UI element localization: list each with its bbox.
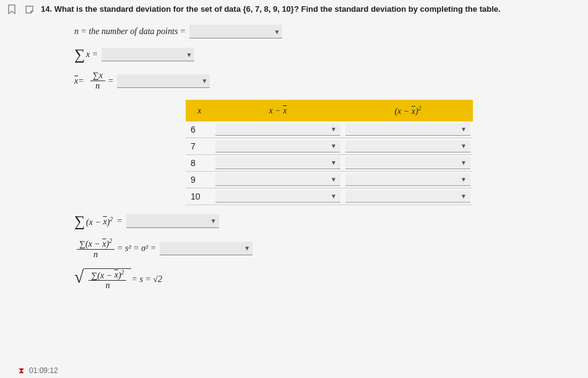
chevron-down-icon: ▼ [210, 218, 217, 224]
table-row: 9 ▼ ▼ [186, 171, 473, 188]
xbar-eq: = [108, 76, 113, 86]
chevron-down-icon: ▼ [186, 51, 192, 58]
sum-x-label: x = [86, 50, 98, 59]
xmx-input[interactable]: ▼ [215, 190, 340, 203]
bookmark-icon[interactable] [6, 4, 17, 15]
variance-frac: ∑(x − x)2 n [77, 237, 115, 260]
table-row: 8 ▼ ▼ [186, 154, 473, 171]
sum-x-input[interactable]: ▼ [102, 48, 194, 61]
chevron-down-icon: ▼ [331, 176, 337, 183]
xmx-input[interactable]: ▼ [215, 174, 340, 186]
x-cell: 7 [186, 138, 213, 154]
hourglass-icon: ⧗ [19, 366, 24, 376]
sum-sq-expr: (x − x)2 [86, 216, 113, 227]
chevron-down-icon: ▼ [460, 126, 467, 133]
xmx2-input[interactable]: ▼ [345, 157, 470, 169]
xmx2-input[interactable]: ▼ [345, 190, 470, 203]
x-cell: 8 [186, 154, 213, 171]
x-cell: 10 [186, 188, 213, 204]
col-x: x [186, 100, 213, 121]
xmx2-input[interactable]: ▼ [345, 174, 470, 186]
chevron-down-icon: ▼ [331, 193, 337, 200]
deviation-table: x x − x (x − x)2 6 ▼ ▼ 7 ▼ ▼ 8 ▼ [186, 100, 557, 205]
sigma-icon: ∑ [74, 47, 85, 62]
table-header-row: x x − x (x − x)2 [186, 100, 473, 121]
content-area: n = the number of data points = ▼ ∑ x = … [0, 19, 588, 305]
sd-eq: = s = √2 [131, 275, 162, 284]
sqrt-expr: √ ∑(x − x)2 n [74, 268, 131, 291]
question-number: 14. [41, 4, 52, 14]
sum-sq-input[interactable]: ▼ [126, 214, 219, 228]
x-cell: 6 [186, 121, 213, 138]
xbar-row: x = ∑x n = ▼ [74, 71, 557, 91]
n-row: n = the number of data points = ▼ [74, 25, 557, 38]
variance-row: ∑(x − x)2 n = s² = σ² = ▼ [74, 237, 557, 260]
n-input[interactable]: ▼ [189, 25, 282, 38]
table-row: 6 ▼ ▼ [186, 121, 473, 138]
chevron-down-icon: ▼ [331, 126, 337, 133]
xbar-input[interactable]: ▼ [117, 74, 210, 88]
equals-1: = [78, 76, 84, 86]
n-label: n = the number of data points = [74, 27, 186, 37]
timer-bar: ⧗ 01:09:12 [19, 366, 58, 376]
col-xmx: x − x [213, 100, 343, 121]
chevron-down-icon: ▼ [331, 143, 337, 149]
xmx2-input[interactable]: ▼ [345, 123, 470, 136]
chevron-down-icon: ▼ [460, 193, 467, 200]
sumx-over-n: ∑x n [90, 71, 105, 91]
sum-x-row: ∑ x = ▼ [74, 47, 557, 62]
sigma-icon: ∑ [74, 214, 85, 229]
xmx-input[interactable]: ▼ [215, 123, 340, 136]
variance-eq: = s² = σ² = [117, 244, 156, 253]
table-row: 10 ▼ ▼ [186, 188, 473, 204]
chevron-down-icon: ▼ [331, 159, 337, 166]
radical-icon: √ [74, 268, 84, 291]
question-body: What is the standard deviation for the s… [54, 4, 501, 14]
table-row: 7 ▼ ▼ [186, 138, 473, 154]
xmx-input[interactable]: ▼ [215, 140, 340, 152]
variance-input[interactable]: ▼ [160, 242, 253, 255]
chevron-down-icon: ▼ [460, 176, 467, 183]
chevron-down-icon: ▼ [201, 77, 207, 84]
note-icon[interactable] [24, 4, 35, 15]
chevron-down-icon: ▼ [244, 245, 250, 252]
x-cell: 9 [186, 171, 213, 188]
sum-sq-row: ∑ (x − x)2 = ▼ [74, 214, 557, 229]
top-bar: 14. What is the standard deviation for t… [0, 0, 588, 19]
question-text: 14. What is the standard deviation for t… [41, 4, 501, 15]
chevron-down-icon: ▼ [460, 159, 467, 166]
sd-row: √ ∑(x − x)2 n = s = √2 [74, 268, 557, 291]
sum-sq-eq: = [116, 216, 122, 226]
timer-value: 01:09:12 [29, 366, 58, 375]
col-xmx2: (x − x)2 [343, 100, 473, 121]
xmx-input[interactable]: ▼ [215, 157, 340, 169]
chevron-down-icon: ▼ [460, 143, 467, 149]
chevron-down-icon: ▼ [274, 28, 280, 35]
xmx2-input[interactable]: ▼ [345, 140, 470, 152]
